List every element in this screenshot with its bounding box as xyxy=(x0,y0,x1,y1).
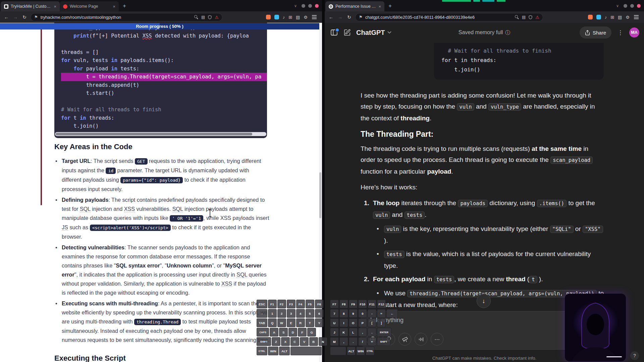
key-ESC[interactable]: ESC xyxy=(257,300,267,308)
warning-icon[interactable]: ⚠ xyxy=(215,15,219,19)
reload-button[interactable]: ↻ xyxy=(346,14,352,20)
key-V[interactable]: V xyxy=(300,337,309,346)
panels-icon[interactable]: ▤ xyxy=(618,15,622,19)
key-SHIFT[interactable]: SHIFT xyxy=(377,337,390,346)
key-.[interactable]: . xyxy=(349,337,358,346)
address-bar[interactable]: ⚑ chatgpt.com/c/680e2035-cd74-8011-8964-… xyxy=(355,13,543,21)
key--[interactable]: - xyxy=(368,309,376,318)
menu-icon[interactable] xyxy=(312,17,317,17)
key-M[interactable]: M xyxy=(330,337,339,346)
key-F9[interactable]: F9 xyxy=(349,300,358,308)
maximize-button[interactable] xyxy=(630,4,634,8)
apps-grid-icon[interactable]: ⊞ xyxy=(288,15,292,19)
settings-gear-icon[interactable]: ⚙ xyxy=(304,15,308,19)
media-icon[interactable]: ♪ xyxy=(283,15,285,19)
key-6[interactable]: 6 xyxy=(315,309,324,318)
extension-icon[interactable] xyxy=(588,15,593,19)
key-ENTER[interactable]: ENTER xyxy=(377,328,391,337)
key-C[interactable]: C xyxy=(290,337,299,346)
key-L[interactable]: L xyxy=(349,328,358,337)
info-icon[interactable]: ⓘ xyxy=(505,29,510,36)
media-icon[interactable]: ♪ xyxy=(605,15,607,19)
tab-welcome-page[interactable]: Welcome Page × xyxy=(60,1,119,11)
sidebar-toggle-icon[interactable] xyxy=(330,28,338,37)
close-tab-icon[interactable]: × xyxy=(54,4,56,9)
menu-icon[interactable] xyxy=(634,17,639,17)
key-D[interactable]: D xyxy=(288,328,297,337)
key-F1[interactable]: F1 xyxy=(268,300,277,308)
chevron-down-icon[interactable]: ∨ xyxy=(616,4,619,8)
apps-grid-icon[interactable]: ⊞ xyxy=(610,15,614,19)
key-WIN[interactable]: WIN xyxy=(268,347,279,355)
key-F5[interactable]: F5 xyxy=(306,300,314,308)
close-window-button[interactable] xyxy=(637,4,641,8)
maximize-button[interactable] xyxy=(308,4,312,8)
key-N[interactable]: N xyxy=(319,337,327,346)
key-X[interactable]: X xyxy=(281,337,290,346)
key-TAB[interactable]: TAB xyxy=(257,318,267,327)
key-4[interactable]: 4 xyxy=(296,309,305,318)
bookmark-icon[interactable]: ⚑ xyxy=(359,15,363,19)
share-button[interactable]: Share xyxy=(580,26,611,39)
key-B[interactable]: B xyxy=(309,337,318,346)
key-WIN[interactable]: WIN xyxy=(356,347,365,355)
reader-view-icon[interactable]: ▤ xyxy=(201,15,205,19)
key-Q[interactable]: Q xyxy=(268,318,277,327)
warning-icon[interactable]: ⚠ xyxy=(535,15,539,19)
new-tab-button[interactable]: + xyxy=(388,3,392,9)
extension-icon[interactable] xyxy=(266,15,271,19)
extension-icon[interactable] xyxy=(274,15,279,19)
key--[interactable]: - xyxy=(257,309,267,318)
shield-icon[interactable] xyxy=(208,15,212,19)
minimize-button[interactable] xyxy=(302,4,305,8)
key-K[interactable]: K xyxy=(339,328,348,337)
key-3[interactable]: 3 xyxy=(287,309,296,318)
key-.[interactable]: . xyxy=(368,328,376,337)
key-J[interactable]: J xyxy=(330,328,339,337)
key-7[interactable]: 7 xyxy=(330,309,339,318)
key-[[interactable]: [ xyxy=(368,318,376,327)
key-F8[interactable]: F8 xyxy=(339,300,348,308)
address-bar[interactable]: ⚑ tryhackme.com/room/customtoolingpython… xyxy=(31,13,222,21)
minimize-button[interactable] xyxy=(624,4,627,8)
key-=[interactable]: = xyxy=(377,309,386,318)
key-T[interactable]: T xyxy=(306,318,314,327)
key-F2[interactable]: F2 xyxy=(277,300,286,308)
key-R[interactable]: R xyxy=(296,318,305,327)
key-F[interactable]: F xyxy=(298,328,307,337)
back-button[interactable]: ← xyxy=(3,14,9,20)
key-8[interactable]: 8 xyxy=(339,309,348,318)
key-5[interactable]: 5 xyxy=(306,309,314,318)
chevron-down-icon[interactable]: ∨ xyxy=(294,4,297,8)
key-W[interactable]: W xyxy=(277,318,286,327)
key-Y[interactable]: Y xyxy=(315,318,324,327)
settings-gear-icon[interactable]: ⚙ xyxy=(626,15,630,19)
close-tab-icon[interactable]: × xyxy=(378,4,381,9)
key-F4[interactable]: F4 xyxy=(296,300,305,308)
key-CAPS[interactable]: CAPS xyxy=(257,328,269,337)
key-1[interactable]: 1 xyxy=(268,309,277,318)
help-button[interactable]: ? xyxy=(630,351,639,360)
key-+[interactable]: + xyxy=(368,337,376,346)
bookmark-icon[interactable]: ⚑ xyxy=(34,15,38,19)
close-window-button[interactable] xyxy=(315,4,319,8)
key-CTRL[interactable]: CTRL xyxy=(257,347,267,355)
tab-chatgpt[interactable]: Performance Issue Apol... × xyxy=(325,1,384,11)
deep-research-button[interactable] xyxy=(398,333,411,346)
key-S[interactable]: S xyxy=(279,328,288,337)
key-,[interactable]: , xyxy=(358,328,367,337)
key-CTRL[interactable]: CTRL xyxy=(366,347,374,355)
key-E[interactable]: E xyxy=(287,318,296,327)
key-][interactable]: ] xyxy=(377,318,386,327)
key-space[interactable] xyxy=(290,347,322,355)
new-tab-button[interactable]: + xyxy=(123,3,126,9)
reader-view-icon[interactable]: ▤ xyxy=(522,15,526,19)
model-selector[interactable]: ChatGPT xyxy=(356,29,391,37)
back-button[interactable]: ← xyxy=(328,14,334,20)
key-Z[interactable]: Z xyxy=(272,337,280,346)
shield-icon[interactable] xyxy=(528,15,533,19)
key-F6[interactable]: F6 xyxy=(315,300,324,308)
forward-button[interactable]: → xyxy=(337,14,343,20)
more-options-icon[interactable]: ⋮ xyxy=(618,29,623,36)
zoom-icon[interactable] xyxy=(515,15,519,19)
